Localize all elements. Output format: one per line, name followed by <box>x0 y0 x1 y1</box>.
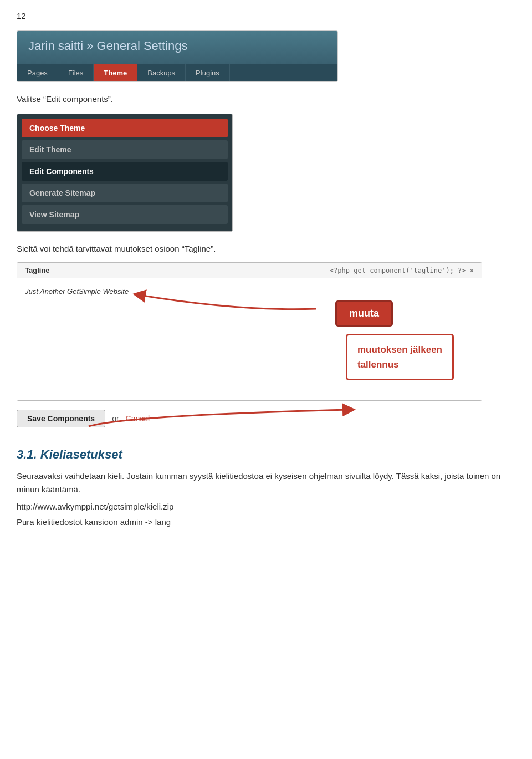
instruction-2: Sieltä voi tehdä tarvittavat muutokset o… <box>17 244 515 253</box>
nav-tab-theme[interactable]: Theme <box>94 64 137 81</box>
screenshot-admin-header: Jarin saitti » General Settings Pages Fi… <box>17 30 338 82</box>
theme-menu-components[interactable]: Edit Components <box>22 162 228 181</box>
section-link[interactable]: http://www.avkymppi.net/getsimple/kieli.… <box>17 502 515 511</box>
theme-menu-screenshot: Choose Theme Edit Theme Edit Components … <box>17 114 233 232</box>
save-row: Save Components or Cancel <box>17 410 482 427</box>
admin-nav: Pages Files Theme Backups Plugins <box>17 64 337 81</box>
nav-tab-backups[interactable]: Backups <box>137 64 186 81</box>
section-heading: 3.1. Kieliasetukset <box>17 447 515 462</box>
tagline-content-text: Just Another GetSimple Website <box>25 287 129 296</box>
theme-menu-view-sitemap[interactable]: View Sitemap <box>22 205 228 224</box>
site-name: Jarin saitti <box>28 39 83 53</box>
tagline-editor-box: Tagline <?php get_component('tagline'); … <box>17 262 482 401</box>
annotation-muutoksen: muutoksen jälkeen tallennus <box>346 334 454 380</box>
page-number: 12 <box>17 11 515 21</box>
tagline-label: Tagline <box>25 266 50 274</box>
theme-menu-edit[interactable]: Edit Theme <box>22 140 228 159</box>
tagline-code: <?php get_component('tagline'); ?> × <box>330 267 474 274</box>
tagline-wrapper: Tagline <?php get_component('tagline'); … <box>17 262 482 427</box>
nav-tab-pages[interactable]: Pages <box>17 64 58 81</box>
section-para1: Seuraavaksi vaihdetaan kieli. Jostain ku… <box>17 470 515 496</box>
theme-menu-choose[interactable]: Choose Theme <box>22 119 228 137</box>
page-section: General Settings <box>97 39 188 53</box>
save-or-text: or <box>112 414 119 423</box>
tagline-editor-content[interactable]: Just Another GetSimple Website muuta muu… <box>17 278 482 400</box>
nav-tab-files[interactable]: Files <box>58 64 94 81</box>
nav-tab-plugins[interactable]: Plugins <box>186 64 230 81</box>
annotation-muuta: muuta <box>335 300 393 327</box>
tagline-editor-header: Tagline <?php get_component('tagline'); … <box>17 263 482 278</box>
section-para2: Pura kielitiedostot kansioon admin -> la… <box>17 516 515 529</box>
theme-menu-sitemap[interactable]: Generate Sitemap <box>22 184 228 202</box>
cancel-link[interactable]: Cancel <box>126 414 150 423</box>
admin-title: Jarin saitti » General Settings <box>28 39 326 53</box>
separator: » <box>83 39 96 53</box>
section-31: 3.1. Kieliasetukset Seuraavaksi vaihdeta… <box>17 447 515 529</box>
admin-header-bg: Jarin saitti » General Settings <box>17 31 337 64</box>
instruction-1: Valitse “Edit components”. <box>17 94 515 104</box>
save-components-button[interactable]: Save Components <box>17 410 105 427</box>
